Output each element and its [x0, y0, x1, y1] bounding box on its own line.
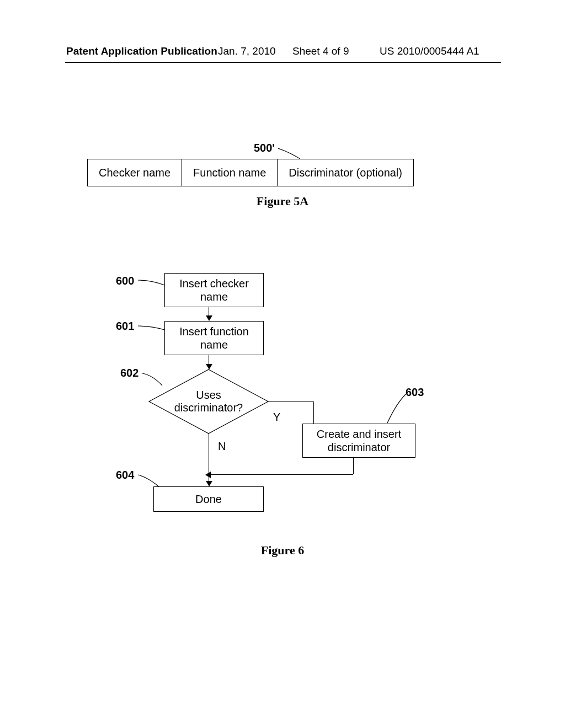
- lead-line-603: [386, 393, 408, 426]
- box-603-text: Create and insert discriminator: [317, 428, 401, 453]
- conn-602-603-v: [313, 402, 314, 425]
- lead-line-601: [138, 324, 166, 334]
- sheet-number: Sheet 4 of 9: [292, 45, 349, 57]
- arrow-icon: [206, 481, 212, 486]
- conn-603-merge-h: [210, 474, 353, 475]
- header-rule: [65, 62, 501, 63]
- box-600-text: Insert checker name: [179, 277, 249, 303]
- fig5a-cell-discriminator: Discriminator (optional): [278, 159, 413, 186]
- publication-type: Patent Application Publication: [66, 45, 217, 57]
- label-n: N: [218, 440, 226, 453]
- patent-page: Patent Application Publication Jan. 7, 2…: [0, 0, 565, 728]
- publication-date: Jan. 7, 2010: [218, 45, 276, 57]
- fig6-caption: Figure 6: [0, 543, 565, 558]
- label-y: Y: [273, 411, 280, 424]
- fig5a-cell-function: Function name: [182, 159, 278, 186]
- arrow-icon: [205, 472, 211, 478]
- document-number: US 2010/0005444 A1: [380, 45, 479, 57]
- ref-600: 600: [116, 275, 134, 287]
- box-604-text: Done: [195, 493, 222, 505]
- arrow-icon: [206, 315, 212, 321]
- ref-601: 601: [116, 320, 134, 333]
- ref-604: 604: [116, 469, 134, 481]
- conn-602-604: [209, 433, 209, 484]
- conn-603-merge-v: [353, 458, 354, 474]
- fig5a-table: Checker name Function name Discriminator…: [87, 159, 414, 186]
- ref-500-prime: 500': [254, 142, 275, 154]
- box-create-insert-discriminator: Create and insert discriminator: [302, 424, 415, 458]
- box-601-text: Insert function name: [179, 325, 249, 351]
- ref-603: 603: [406, 386, 424, 399]
- lead-line-600: [138, 279, 166, 290]
- fig5a-cell-checker: Checker name: [88, 159, 182, 186]
- diamond-602-text: Uses discriminator?: [174, 389, 243, 414]
- box-insert-function-name: Insert function name: [164, 321, 264, 355]
- box-done: Done: [153, 486, 264, 512]
- fig5a-caption: Figure 5A: [0, 194, 565, 208]
- ref-602: 602: [120, 367, 138, 379]
- diamond-uses-discriminator: Uses discriminator?: [148, 368, 269, 435]
- conn-602-603-h: [268, 402, 313, 402]
- box-insert-checker-name: Insert checker name: [164, 273, 264, 307]
